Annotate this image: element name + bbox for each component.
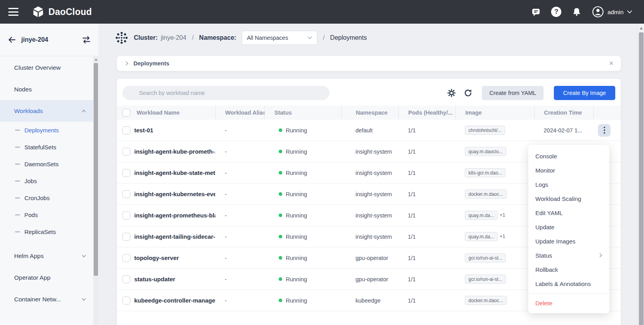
sidebar-item-jobs[interactable]: Jobs: [0, 173, 98, 189]
sidebar: jinye-204 Cluster Overview Nodes Workloa…: [0, 24, 98, 325]
toolbar: Create from YAML Create By Image: [117, 79, 621, 106]
chevron-right-icon[interactable]: [124, 61, 130, 66]
bell-icon[interactable]: [572, 7, 582, 17]
user-menu[interactable]: admin: [592, 6, 632, 18]
sidebar-item-workloads[interactable]: Workloads: [0, 100, 98, 122]
dash-icon: [15, 180, 20, 182]
close-icon[interactable]: ✕: [609, 60, 614, 67]
scroll-up-arrow[interactable]: [94, 58, 98, 61]
main-content: Cluster: jinye-204 / Namespace: All Name…: [98, 24, 644, 325]
table-row-partial: [117, 311, 621, 325]
image-tag: k8s-gcr.m.dao...: [465, 168, 505, 177]
col-workload-alias[interactable]: Workload Alias: [215, 106, 265, 120]
sidebar-scrollbar[interactable]: [93, 57, 98, 325]
status-text: Running: [286, 297, 307, 304]
sidebar-item-nodes[interactable]: Nodes: [0, 78, 98, 100]
row-checkbox[interactable]: [122, 169, 130, 177]
table-row[interactable]: test-01 - Running default 1/1 chrstnhnts…: [117, 120, 621, 141]
namespace-select-value: All Namespaces: [247, 35, 288, 41]
col-image[interactable]: Image: [455, 106, 534, 120]
sidebar-item-statefulsets[interactable]: StatefulSets: [0, 139, 98, 156]
sidebar-item-replicasets[interactable]: ReplicaSets: [0, 223, 98, 240]
row-checkbox[interactable]: [122, 212, 130, 219]
chevron-down-icon: [81, 297, 87, 302]
image-tag: docker.m.daoc...: [465, 296, 507, 305]
username: admin: [607, 9, 624, 15]
row-checkbox[interactable]: [122, 233, 130, 241]
create-by-image-button[interactable]: Create By Image: [554, 86, 615, 100]
row-checkbox[interactable]: [122, 254, 130, 262]
status-text: Running: [286, 276, 307, 282]
avatar-icon: [592, 6, 604, 18]
sidebar-item-helm-apps[interactable]: Helm Apps: [0, 245, 98, 267]
tab-title: Deployments: [133, 60, 169, 67]
sidebar-item-daemonsets[interactable]: DaemonSets: [0, 156, 98, 173]
status-dot-icon: [279, 256, 282, 260]
menu-item-update-images[interactable]: Update Images: [528, 234, 609, 248]
col-pods[interactable]: Pods (Healthy/...: [398, 106, 455, 120]
sidebar-item-cluster-overview[interactable]: Cluster Overview: [0, 57, 98, 78]
dash-icon: [15, 130, 20, 131]
cluster-value: jinye-204: [161, 34, 186, 41]
select-all-checkbox[interactable]: [122, 109, 130, 117]
page-scrollbar[interactable]: [638, 24, 644, 325]
image-tag: gcr.io/run-ai-st...: [465, 275, 506, 284]
chevron-down-icon: [81, 253, 87, 259]
row-checkbox[interactable]: [122, 190, 130, 198]
status-dot-icon: [279, 214, 282, 217]
col-actions: [593, 106, 621, 120]
col-workload-name[interactable]: Workload Name: [133, 106, 215, 120]
chat-icon[interactable]: [531, 7, 541, 17]
row-actions-button[interactable]: [598, 124, 611, 137]
scroll-up-arrow[interactable]: [640, 27, 643, 30]
row-checkbox[interactable]: [122, 275, 130, 283]
hamburger-icon[interactable]: [8, 8, 19, 16]
status-text: Running: [286, 212, 307, 219]
status-dot-icon: [279, 150, 282, 153]
namespace-label: Namespace:: [199, 34, 236, 41]
image-tag: chrstnhntschl/...: [465, 126, 505, 135]
status-text: Running: [286, 127, 307, 134]
search-input[interactable]: [122, 86, 329, 100]
help-icon[interactable]: ?: [551, 7, 561, 17]
menu-item-logs[interactable]: Logs: [528, 177, 609, 191]
chevron-right-icon: [598, 253, 603, 258]
status-dot-icon: [279, 235, 282, 238]
refresh-icon[interactable]: [463, 88, 473, 98]
tabbar[interactable]: Deployments ✕: [117, 56, 621, 71]
create-from-yaml-button[interactable]: Create from YAML: [482, 86, 544, 100]
status-dot-icon: [279, 277, 282, 281]
namespace-select[interactable]: All Namespaces: [242, 31, 317, 45]
scrollbar-thumb[interactable]: [94, 63, 98, 276]
back-icon[interactable]: [7, 35, 17, 45]
brand-name: DaoCloud: [48, 7, 92, 17]
gear-icon[interactable]: [446, 88, 457, 98]
menu-item-labels-annotations[interactable]: Labels & Annotations: [528, 277, 609, 291]
scrollbar-thumb[interactable]: [639, 32, 644, 325]
breadcrumb: Cluster: jinye-204 / Namespace: All Name…: [115, 31, 367, 45]
sidebar-item-cronjobs[interactable]: CronJobs: [0, 189, 98, 206]
menu-item-status[interactable]: Status: [528, 248, 609, 262]
switch-cluster-icon[interactable]: [81, 35, 91, 44]
sidebar-item-operator-app[interactable]: Operator App: [0, 267, 98, 288]
menu-item-rollback[interactable]: Rollback: [528, 262, 609, 277]
sidebar-item-deployments[interactable]: Deployments: [0, 122, 98, 139]
row-checkbox[interactable]: [122, 297, 130, 305]
brand-logo: DaoCloud: [32, 6, 92, 18]
sidebar-item-container-network[interactable]: Container Netw...: [0, 288, 98, 310]
row-checkbox[interactable]: [122, 148, 130, 156]
col-status[interactable]: Status: [265, 106, 341, 120]
menu-item-update[interactable]: Update: [528, 220, 609, 234]
col-namespace[interactable]: Namespace: [341, 106, 398, 120]
kebab-icon: [603, 126, 605, 134]
menu-item-edit-yaml[interactable]: Edit YAML: [528, 206, 609, 220]
menu-item-console[interactable]: Console: [528, 149, 609, 163]
row-checkbox[interactable]: [122, 126, 130, 134]
menu-item-delete[interactable]: Delete: [528, 296, 609, 310]
menu-item-workload-scaling[interactable]: Workload Scaling: [528, 191, 609, 206]
sidebar-item-pods[interactable]: Pods: [0, 206, 98, 223]
menu-item-monitor[interactable]: Monitor: [528, 163, 609, 177]
sidebar-cluster-name: jinye-204: [21, 36, 48, 43]
logo-cube-icon: [32, 6, 44, 18]
col-creation-time[interactable]: Creation Time: [534, 106, 593, 120]
